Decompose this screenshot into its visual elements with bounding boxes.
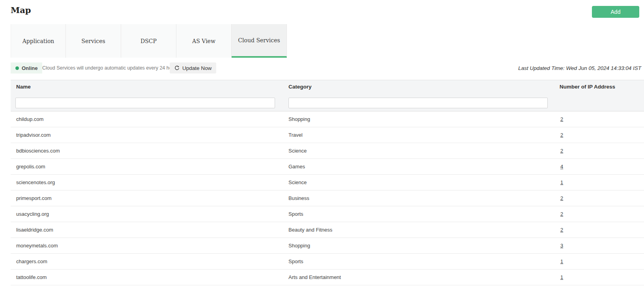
table-header: Name Category Number of IP Address bbox=[11, 80, 644, 111]
table-row: moneymetals.comShopping3 bbox=[11, 238, 644, 254]
page-title: Map bbox=[11, 5, 31, 15]
refresh-icon bbox=[174, 66, 180, 71]
ip-count-link[interactable]: 1 bbox=[560, 254, 563, 270]
ip-count-link[interactable]: 4 bbox=[560, 159, 563, 175]
online-status-label: Online bbox=[22, 65, 37, 71]
tab-label: Services bbox=[81, 38, 105, 44]
tab-application[interactable]: Application bbox=[11, 24, 66, 58]
tab-label: DSCP bbox=[140, 38, 157, 44]
cell-category: Arts and Entertainment bbox=[288, 270, 341, 285]
cell-name: chargers.com bbox=[16, 254, 47, 270]
ip-count-link[interactable]: 1 bbox=[560, 270, 563, 285]
status-badge: Online bbox=[11, 62, 42, 74]
table-row: lisaeldridge.comBeauty and Fitness2 bbox=[11, 222, 644, 238]
ip-count-link[interactable]: 2 bbox=[560, 111, 563, 127]
update-now-button[interactable]: Update Now bbox=[170, 62, 216, 74]
table-row: primesport.comBusiness2 bbox=[11, 190, 644, 206]
tab-label: Application bbox=[22, 38, 54, 44]
update-now-label: Update Now bbox=[182, 65, 212, 71]
ip-count-link[interactable]: 2 bbox=[560, 127, 563, 143]
cell-category: Sports bbox=[288, 254, 303, 270]
online-dot-icon bbox=[15, 66, 19, 70]
category-filter-input[interactable] bbox=[288, 98, 548, 108]
table-row: tattoolife.comArts and Entertainment1 bbox=[11, 270, 644, 285]
column-header-name: Name bbox=[16, 84, 31, 90]
table-row: childup.comShopping2 bbox=[11, 111, 644, 127]
tab-label: AS View bbox=[192, 38, 215, 44]
ip-count-link[interactable]: 2 bbox=[560, 222, 563, 238]
cell-category: Travel bbox=[288, 127, 303, 143]
cell-name: sciencenotes.org bbox=[16, 175, 55, 190]
ip-count-link[interactable]: 1 bbox=[560, 175, 563, 190]
status-bar: Online Cloud Services will undergo autom… bbox=[11, 62, 641, 74]
ip-count-link[interactable]: 3 bbox=[560, 238, 563, 254]
tab-services[interactable]: Services bbox=[66, 24, 121, 58]
cell-category: Sports bbox=[288, 206, 303, 222]
ip-count-link[interactable]: 2 bbox=[560, 206, 563, 222]
table-row: bdbiosciences.comScience2 bbox=[11, 143, 644, 159]
cell-name: tattoolife.com bbox=[16, 270, 47, 285]
cell-category: Shopping bbox=[288, 111, 310, 127]
name-filter-input[interactable] bbox=[15, 98, 275, 108]
table-body: childup.comShopping2tripadvisor.comTrave… bbox=[11, 111, 644, 285]
table-row: grepolis.comGames4 bbox=[11, 159, 644, 175]
cell-category: Science bbox=[288, 175, 307, 190]
ip-count-link[interactable]: 2 bbox=[560, 143, 563, 159]
table-row: chargers.comSports1 bbox=[11, 254, 644, 270]
cell-name: childup.com bbox=[16, 111, 43, 127]
cell-name: lisaeldridge.com bbox=[16, 222, 53, 238]
tab-dscp[interactable]: DSCP bbox=[121, 24, 176, 58]
cell-name: primesport.com bbox=[16, 190, 52, 206]
table-row: usacycling.orgSports2 bbox=[11, 206, 644, 222]
column-header-category: Category bbox=[288, 84, 312, 90]
cell-category: Shopping bbox=[288, 238, 310, 254]
table-row: sciencenotes.orgScience1 bbox=[11, 175, 644, 190]
add-button[interactable]: Add bbox=[592, 6, 639, 18]
cell-category: Science bbox=[288, 143, 307, 159]
table-row: tripadvisor.comTravel2 bbox=[11, 127, 644, 143]
tab-label: Cloud Services bbox=[238, 37, 280, 43]
cell-category: Business bbox=[288, 190, 309, 206]
column-header-ip-count: Number of IP Address bbox=[560, 84, 615, 90]
tab-bar: ApplicationServicesDSCPAS ViewCloud Serv… bbox=[11, 24, 287, 58]
cell-name: grepolis.com bbox=[16, 159, 45, 175]
ip-count-link[interactable]: 2 bbox=[560, 190, 563, 206]
cell-name: bdbiosciences.com bbox=[16, 143, 60, 159]
last-updated-time: Last Updated Time: Wed Jun 05, 2024 14:3… bbox=[518, 62, 641, 74]
cell-name: tripadvisor.com bbox=[16, 127, 51, 143]
tab-cloud-services[interactable]: Cloud Services bbox=[232, 24, 287, 58]
cell-name: usacycling.org bbox=[16, 206, 49, 222]
cell-category: Beauty and Fitness bbox=[288, 222, 332, 238]
auto-update-info-text: Cloud Services will undergo automatic up… bbox=[42, 62, 180, 74]
cell-name: moneymetals.com bbox=[16, 238, 58, 254]
cell-category: Games bbox=[288, 159, 305, 175]
tab-as-view[interactable]: AS View bbox=[176, 24, 232, 58]
